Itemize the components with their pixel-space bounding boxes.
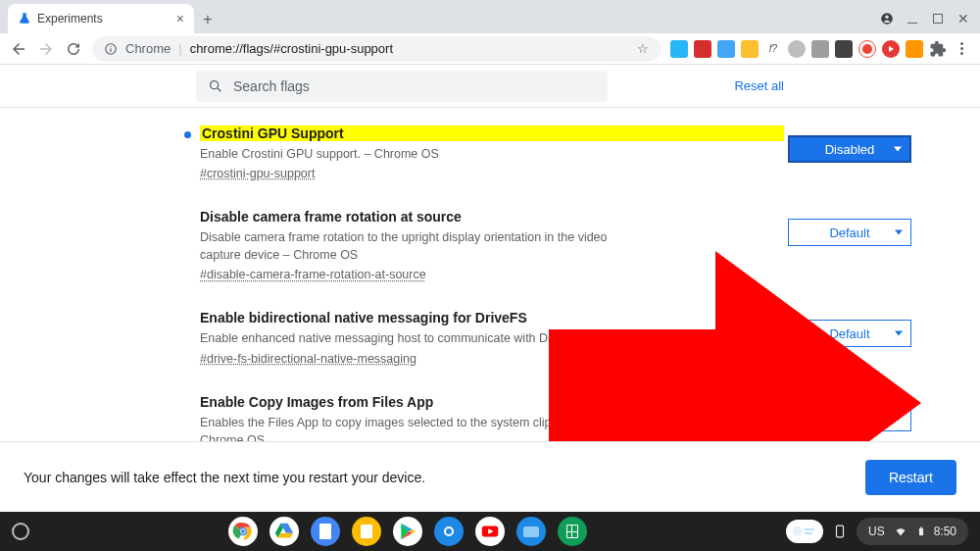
flag-hash-link[interactable]: #crostini-gpu-support <box>200 167 315 180</box>
shelf-app-drive-icon[interactable] <box>270 517 299 546</box>
flag-description: Enable Crostini GPU support. – Chrome OS <box>200 145 621 163</box>
restart-button[interactable]: Restart <box>865 460 956 495</box>
flag-state-dropdown[interactable]: Disabled <box>788 135 911 163</box>
svg-point-5 <box>211 80 219 88</box>
svg-point-11 <box>241 529 245 533</box>
reset-all-button[interactable]: Reset all <box>734 78 784 93</box>
status-area[interactable]: US 8:50 <box>786 518 968 545</box>
flag-title: Disable camera frame rotation at source <box>200 209 784 225</box>
flag-title: Enable bidirectional native messaging fo… <box>200 310 784 326</box>
bookmark-star-icon[interactable]: ☆ <box>637 41 649 56</box>
extension-icon[interactable] <box>835 40 853 58</box>
svg-rect-4 <box>110 48 111 52</box>
flag-hash-link[interactable]: #disable-camera-frame-rotation-at-source <box>200 268 426 281</box>
back-icon[interactable] <box>10 40 27 58</box>
flag-item: Enable bidirectional native messaging fo… <box>194 310 784 366</box>
maximize-icon[interactable] <box>931 12 945 25</box>
shelf-app-files-icon[interactable] <box>516 517 546 546</box>
notification-preview-icon[interactable] <box>786 520 823 543</box>
flag-description: Enable enhanced native messaging host to… <box>200 329 621 347</box>
svg-point-15 <box>793 526 803 536</box>
shelf-app-camera-icon[interactable] <box>434 517 464 546</box>
shelf-app-sheets-icon[interactable] <box>558 517 587 546</box>
new-tab-button[interactable]: + <box>194 6 221 33</box>
omnibox-prefix: Chrome <box>125 41 171 56</box>
extension-icon[interactable] <box>788 40 806 58</box>
extension-icon[interactable] <box>741 40 759 58</box>
chromeos-shelf: US 8:50 <box>0 512 980 551</box>
svg-rect-20 <box>920 526 922 527</box>
flag-state-dropdown[interactable]: Default <box>788 219 911 246</box>
address-bar[interactable]: Chrome | chrome://flags/#crostini-gpu-su… <box>92 36 661 62</box>
shelf-app-keep-icon[interactable] <box>352 517 381 546</box>
omnibox-url: chrome://flags/#crostini-gpu-support <box>190 41 393 56</box>
search-flags-input[interactable]: Search flags <box>196 71 608 102</box>
status-tray[interactable]: US 8:50 <box>857 518 968 545</box>
svg-point-1 <box>885 16 889 20</box>
flag-state-dropdown[interactable]: Default <box>788 404 911 431</box>
flags-list: Crostini GPU SupportEnable Crostini GPU … <box>0 108 980 468</box>
flag-title: Enable Copy Images from Files App <box>200 394 784 410</box>
flag-hash-link[interactable]: #drive-fs-bidirectional-native-messaging <box>200 352 416 366</box>
svg-rect-19 <box>919 528 923 536</box>
extension-icon[interactable] <box>694 40 711 58</box>
modified-dot-icon <box>184 131 191 138</box>
browser-toolbar: Chrome | chrome://flags/#crostini-gpu-su… <box>0 33 980 65</box>
flag-item: Crostini GPU SupportEnable Crostini GPU … <box>194 125 784 181</box>
window-controls: ✕ <box>880 4 980 33</box>
shelf-app-play-icon[interactable] <box>393 517 422 546</box>
shelf-app-chrome-icon[interactable] <box>228 517 258 546</box>
reload-icon[interactable] <box>65 40 82 58</box>
account-icon[interactable] <box>880 12 894 25</box>
svg-point-3 <box>110 45 111 46</box>
shelf-app-youtube-icon[interactable] <box>475 517 505 546</box>
wifi-icon <box>893 526 908 537</box>
shelf-app-docs-icon[interactable] <box>311 517 340 546</box>
tab-title: Experiments <box>37 12 171 25</box>
extension-icon[interactable]: f? <box>764 40 782 58</box>
svg-rect-17 <box>805 532 812 534</box>
extension-icon[interactable] <box>811 40 829 58</box>
flask-icon <box>18 12 31 25</box>
flag-state-dropdown[interactable]: Default <box>788 320 911 347</box>
restart-bar: Your changes will take effect the next t… <box>0 441 980 512</box>
shelf-apps <box>228 517 587 546</box>
chrome-menu-icon[interactable] <box>953 40 970 58</box>
svg-rect-18 <box>836 526 843 537</box>
ime-indicator: US <box>868 525 885 538</box>
search-icon <box>208 78 223 94</box>
extension-icon[interactable] <box>882 40 900 58</box>
tab-strip: Experiments × + ✕ <box>0 0 980 33</box>
flags-header: Search flags Reset all <box>0 65 980 108</box>
extension-icon[interactable] <box>670 40 688 58</box>
launcher-icon[interactable] <box>12 523 29 540</box>
flag-description: Disable camera frame rotation to the upr… <box>200 228 621 264</box>
flag-title: Crostini GPU Support <box>200 125 784 141</box>
battery-icon <box>916 525 926 538</box>
extension-icon[interactable] <box>858 40 876 58</box>
forward-icon <box>37 40 55 58</box>
clock: 8:50 <box>934 525 956 538</box>
extension-icon[interactable] <box>717 40 735 58</box>
search-placeholder: Search flags <box>233 78 310 94</box>
extension-row: f? <box>670 40 970 58</box>
flag-item: Disable camera frame rotation at sourceD… <box>194 209 784 282</box>
svg-line-6 <box>218 88 220 91</box>
browser-tab[interactable]: Experiments × <box>8 4 194 33</box>
chrome-info-icon <box>104 42 118 56</box>
minimize-icon[interactable] <box>906 12 919 25</box>
restart-message: Your changes will take effect the next t… <box>24 470 425 485</box>
extensions-puzzle-icon[interactable] <box>929 40 947 58</box>
extension-icon[interactable] <box>906 40 923 58</box>
close-window-icon[interactable]: ✕ <box>956 12 970 25</box>
phone-hub-icon[interactable] <box>833 523 847 540</box>
close-tab-icon[interactable]: × <box>176 11 184 26</box>
svg-rect-16 <box>805 528 814 530</box>
